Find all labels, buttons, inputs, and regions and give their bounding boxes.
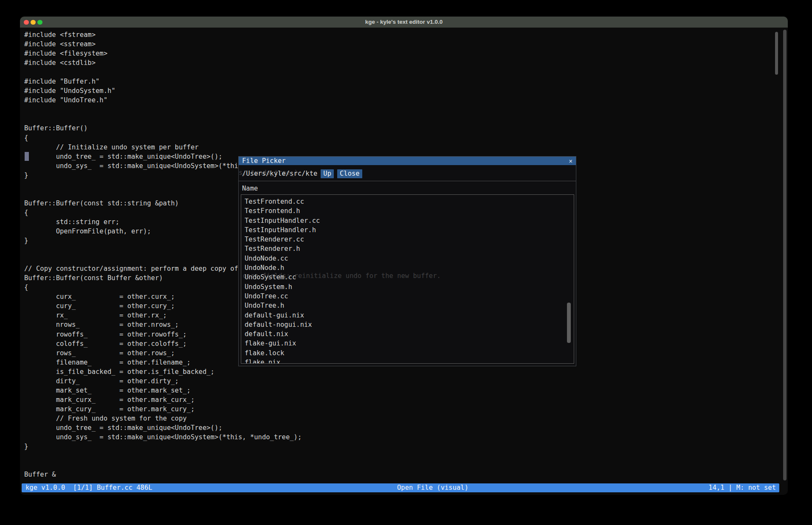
file-list[interactable]: TestFrontend.ccTestFrontend.hTestInputHa… bbox=[241, 194, 574, 364]
file-picker-titlebar[interactable]: File Picker ✕ bbox=[239, 157, 576, 165]
file-list-item[interactable]: flake.lock bbox=[245, 348, 574, 358]
file-picker-path-row: /Users/kyle/src/kte Up Close bbox=[242, 168, 362, 179]
file-list-item[interactable]: TestRenderer.h bbox=[245, 244, 574, 253]
file-list-item[interactable]: UndoSystem.h bbox=[245, 282, 574, 292]
file-list-item[interactable]: UndoNode.h bbox=[245, 263, 574, 272]
status-app-info: kge v1.0.0 [1/1] Buffer.cc 486L bbox=[25, 483, 152, 492]
app-window: kge - kyle's text editor v1.0.0 #include… bbox=[20, 17, 788, 495]
file-list-item[interactable]: TestInputHandler.h bbox=[245, 225, 574, 235]
file-list-item[interactable]: flake-gui.nix bbox=[245, 339, 574, 348]
file-list-item[interactable]: TestRenderer.cc bbox=[245, 235, 574, 244]
close-icon[interactable]: ✕ bbox=[569, 157, 572, 165]
status-bar: kge v1.0.0 [1/1] Buffer.cc 486L Open Fil… bbox=[22, 483, 779, 492]
file-list-item[interactable]: UndoNode.cc bbox=[245, 254, 574, 263]
status-cursor-position: 14,1 | M: not set bbox=[708, 483, 776, 492]
file-list-item[interactable]: TestFrontend.cc bbox=[245, 197, 574, 206]
file-list-item[interactable]: default-gui.nix bbox=[245, 311, 574, 320]
divider bbox=[239, 181, 576, 181]
file-picker-title: File Picker bbox=[242, 157, 286, 165]
file-list-item[interactable]: UndoSystem.cc bbox=[245, 272, 574, 282]
window-titlebar[interactable]: kge - kyle's text editor v1.0.0 bbox=[20, 17, 788, 28]
current-path: /Users/kyle/src/kte bbox=[242, 170, 317, 177]
editor-scrollbar-thumb[interactable] bbox=[775, 32, 778, 75]
file-list-item[interactable]: default.nix bbox=[245, 329, 574, 339]
file-list-scrollbar-thumb[interactable] bbox=[567, 303, 571, 343]
file-picker-dialog: undo_sys_ = std::make_unique<UndoSystem>… bbox=[238, 156, 576, 366]
status-mode: Open File (visual) bbox=[397, 483, 468, 492]
file-list-item[interactable]: UndoTree.cc bbox=[245, 292, 574, 301]
file-list-item[interactable]: flake.nix bbox=[245, 358, 574, 364]
editor-cursor bbox=[25, 152, 29, 161]
file-list-item[interactable]: default-nogui.nix bbox=[245, 320, 574, 329]
window-title: kge - kyle's text editor v1.0.0 bbox=[20, 17, 788, 28]
close-button[interactable]: Close bbox=[337, 169, 362, 178]
file-list-item[interactable]: UndoTree.h bbox=[245, 301, 574, 310]
window-scrollbar-track[interactable] bbox=[783, 30, 787, 480]
file-list-item[interactable]: TestInputHandler.cc bbox=[245, 216, 574, 225]
up-button[interactable]: Up bbox=[321, 169, 334, 178]
name-column-header: Name bbox=[242, 184, 258, 193]
file-list-item[interactable]: TestFrontend.h bbox=[245, 206, 574, 216]
